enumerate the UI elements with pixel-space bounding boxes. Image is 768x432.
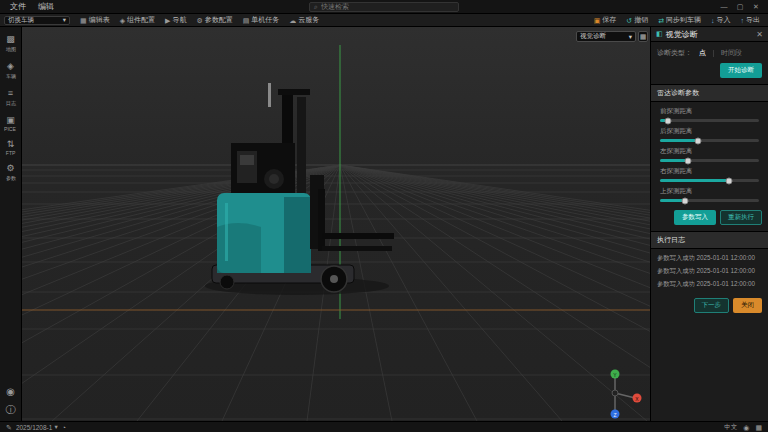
vehicle-switcher-label: 切换车辆 bbox=[8, 16, 34, 25]
sidebar-item-label: PICE bbox=[5, 126, 17, 131]
radar-params-section-title: 雷达诊断参数 bbox=[651, 84, 768, 102]
toolbar-button-single-task[interactable]: ▤ 单机任务 bbox=[239, 15, 284, 26]
chevron-down-icon: ▾ bbox=[54, 423, 57, 431]
sync-icon: ⇄ bbox=[658, 17, 664, 24]
slider-handle[interactable] bbox=[726, 177, 733, 184]
viewport-layout-button[interactable]: ▦ bbox=[638, 31, 648, 42]
slider-rear-distance: 后探测距离 bbox=[651, 125, 768, 145]
history-clock-icon[interactable]: ◔ bbox=[62, 424, 66, 431]
diagnosis-type-label: 诊断类型： bbox=[657, 48, 692, 58]
slider-handle[interactable] bbox=[684, 157, 691, 164]
import-icon: ↓ bbox=[711, 17, 715, 24]
bell-icon[interactable]: ◉ bbox=[743, 424, 749, 431]
panel-title: 视觉诊断 bbox=[666, 29, 698, 40]
import-button[interactable]: ↓ 导入 bbox=[707, 15, 735, 26]
sidebar-item-params[interactable]: ⚙ 参数 bbox=[5, 164, 17, 183]
option-divider bbox=[713, 50, 714, 57]
panel-footer: 下一步 关闭 bbox=[651, 294, 768, 317]
slider-label: 左探测距离 bbox=[660, 147, 759, 156]
log-icon: ≡ bbox=[8, 89, 13, 98]
slider-track[interactable] bbox=[660, 159, 759, 162]
slider-track[interactable] bbox=[660, 199, 759, 202]
layout-grid-icon[interactable]: ▦ bbox=[755, 424, 762, 431]
action-label: 导入 bbox=[717, 15, 731, 25]
language-switcher[interactable]: 中文 bbox=[724, 423, 737, 432]
sidebar: ▩ 地图 ◈ 车辆 ≡ 日志 ▣ PICE ⇅ FTP ⚙ 参数 ◉ ⓘ bbox=[0, 27, 22, 421]
sync-to-vehicle-button[interactable]: ⇄ 同步到车辆 bbox=[654, 15, 705, 26]
global-search[interactable]: ⌕ bbox=[309, 2, 459, 12]
export-icon: ↑ bbox=[741, 17, 745, 24]
slider-track[interactable] bbox=[660, 119, 759, 122]
slider-handle[interactable] bbox=[694, 137, 701, 144]
slider-handle[interactable] bbox=[681, 197, 688, 204]
sidebar-item-logs[interactable]: ≡ 日志 bbox=[5, 89, 17, 108]
viewport-3d[interactable]: X Y Z 视觉诊断 ▾ ▦ bbox=[22, 27, 650, 421]
project-selector[interactable]: 2025/1208-1 ▾ bbox=[16, 423, 58, 431]
grid-icon: ▦ bbox=[640, 33, 647, 41]
chevron-down-icon: ▾ bbox=[629, 33, 632, 41]
menu-file[interactable]: 文件 bbox=[4, 1, 32, 12]
panel-close-icon[interactable]: ✕ bbox=[756, 30, 763, 39]
info-icon: ⓘ bbox=[6, 405, 16, 415]
toolbar-button-edit-table[interactable]: ▦ 编辑表 bbox=[76, 15, 114, 26]
search-input[interactable] bbox=[321, 3, 454, 10]
toolbar-button-cloud-service[interactable]: ☁ 云服务 bbox=[285, 15, 323, 26]
start-diagnosis-button[interactable]: 开始诊断 bbox=[720, 63, 762, 78]
close-panel-button[interactable]: 关闭 bbox=[733, 298, 762, 313]
viewport-canvas[interactable]: X Y Z bbox=[22, 27, 650, 421]
exec-log-section-title: 执行日志 bbox=[651, 231, 768, 249]
maximize-button[interactable]: ▢ bbox=[732, 0, 748, 14]
slider-fill bbox=[660, 139, 698, 142]
menu-edit[interactable]: 编辑 bbox=[32, 1, 60, 12]
log-entry: 参数写入成功 2025-01-01 12:00:00 bbox=[651, 252, 768, 265]
edit-pencil-icon: ✎ bbox=[6, 424, 12, 431]
minimize-button[interactable]: — bbox=[716, 0, 732, 14]
viewport-mode-select[interactable]: 视觉诊断 ▾ bbox=[576, 31, 636, 42]
next-step-button[interactable]: 下一步 bbox=[694, 298, 730, 313]
slider-label: 后探测距离 bbox=[660, 127, 759, 136]
log-entry: 参数写入成功 2025-01-01 12:00:00 bbox=[651, 278, 768, 291]
slider-label: 上探测距离 bbox=[660, 187, 759, 196]
diagnosis-type-row: 诊断类型： 点 时间段 bbox=[651, 42, 768, 61]
sidebar-item-about[interactable]: ⓘ bbox=[6, 405, 16, 415]
toolbar-button-navigation[interactable]: ▶ 导航 bbox=[161, 15, 190, 26]
sidebar-item-vehicle[interactable]: ◈ 车辆 bbox=[5, 62, 17, 81]
settings-gear-icon: ⚙ bbox=[6, 164, 14, 173]
pice-icon: ▣ bbox=[6, 116, 15, 125]
slider-left-distance: 左探测距离 bbox=[651, 145, 768, 165]
slider-track[interactable] bbox=[660, 139, 759, 142]
toolbar-button-param-config[interactable]: ⚙ 参数配置 bbox=[192, 15, 236, 26]
save-icon: ▣ bbox=[594, 17, 601, 24]
sidebar-item-ftp[interactable]: ⇅ FTP bbox=[5, 140, 16, 156]
save-button[interactable]: ▣ 保存 bbox=[590, 15, 621, 26]
type-option-timerange[interactable]: 时间段 bbox=[719, 48, 744, 58]
vehicle-switcher[interactable]: 切换车辆 ▾ bbox=[4, 16, 70, 25]
toolbar-button-label: 导航 bbox=[172, 15, 186, 25]
toolbar-button-component-config[interactable]: ◈ 组件配置 bbox=[116, 15, 159, 26]
slider-handle[interactable] bbox=[664, 117, 671, 124]
export-button[interactable]: ↑ 导出 bbox=[737, 15, 765, 26]
vision-diagnosis-panel: ◧ 视觉诊断 ✕ 诊断类型： 点 时间段 开始诊断 雷达诊断参数 前探测距离 后… bbox=[650, 27, 768, 421]
search-icon: ⌕ bbox=[314, 3, 318, 10]
toolbar-button-label: 参数配置 bbox=[205, 15, 233, 25]
sidebar-item-user[interactable]: ◉ bbox=[6, 387, 16, 397]
window-controls: — ▢ ✕ bbox=[716, 0, 764, 14]
action-label: 导出 bbox=[746, 15, 760, 25]
axis-gizmo[interactable]: X Y Z bbox=[611, 370, 642, 419]
robot-model[interactable] bbox=[205, 83, 394, 295]
close-button[interactable]: ✕ bbox=[748, 0, 764, 14]
write-params-button[interactable]: 参数写入 bbox=[674, 210, 716, 225]
exec-log-list: 参数写入成功 2025-01-01 12:00:00 参数写入成功 2025-0… bbox=[651, 249, 768, 294]
sidebar-item-pice[interactable]: ▣ PICE bbox=[3, 116, 17, 132]
titlebar: 文件 编辑 ⌕ — ▢ ✕ bbox=[0, 0, 768, 14]
undo-button[interactable]: ↺ 撤销 bbox=[622, 15, 652, 26]
slider-track[interactable] bbox=[660, 179, 759, 182]
navigate-icon: ▶ bbox=[165, 17, 170, 24]
re-execute-button[interactable]: 重新执行 bbox=[720, 210, 762, 225]
slider-label: 右探测距离 bbox=[660, 167, 759, 176]
sidebar-item-map[interactable]: ▩ 地图 bbox=[5, 35, 17, 54]
type-option-point[interactable]: 点 bbox=[697, 48, 708, 58]
sidebar-item-label: FTP bbox=[6, 150, 16, 155]
chevron-down-icon: ▾ bbox=[63, 16, 66, 24]
project-name: 2025/1208-1 bbox=[16, 424, 53, 431]
